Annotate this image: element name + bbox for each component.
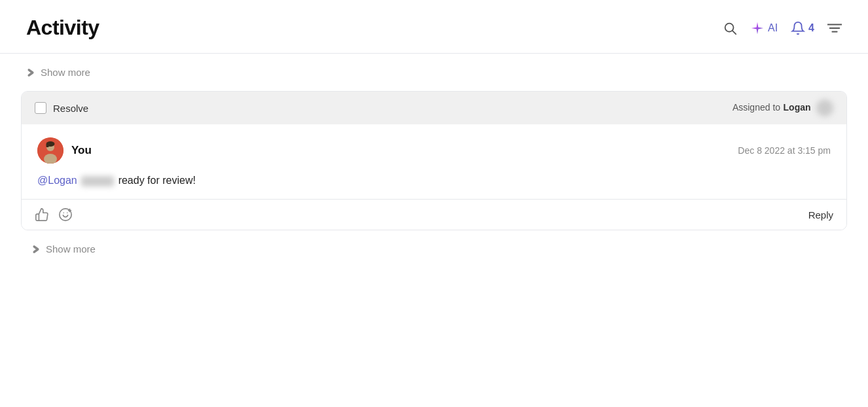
resolve-left: Resolve xyxy=(35,102,88,114)
blurred-word xyxy=(81,176,114,186)
assigned-prefix: Assigned to xyxy=(732,102,780,113)
header-actions: AI 4 xyxy=(723,21,842,35)
filter-icon xyxy=(827,22,842,35)
comment-text: @Logan ready for review! xyxy=(37,173,831,188)
sparkle-icon xyxy=(750,21,765,35)
chevron-right-icon-bottom xyxy=(31,245,41,254)
add-emoji-icon xyxy=(58,207,73,222)
page-title: Activity xyxy=(26,16,99,40)
resolve-label: Resolve xyxy=(53,103,88,114)
show-more-top-label: Show more xyxy=(41,67,90,78)
ai-button[interactable]: AI xyxy=(750,21,778,35)
main-content: Show more Resolve Assigned to Logan xyxy=(0,54,868,268)
comment-header: You Dec 8 2022 at 3:15 pm xyxy=(37,137,831,164)
resolve-bar: Resolve Assigned to Logan xyxy=(22,92,846,124)
show-more-bottom-label: Show more xyxy=(46,243,96,255)
show-more-top[interactable]: Show more xyxy=(16,54,852,91)
thumbs-up-button[interactable] xyxy=(35,207,49,222)
bell-icon xyxy=(791,21,805,35)
filter-button[interactable] xyxy=(827,22,842,35)
add-reaction-button[interactable] xyxy=(58,207,73,222)
comment-author: You xyxy=(37,137,92,164)
assigned-info: Assigned to Logan xyxy=(732,99,833,116)
assigned-name: Logan xyxy=(784,102,811,113)
show-more-bottom[interactable]: Show more xyxy=(16,230,852,268)
comment-timestamp: Dec 8 2022 at 3:15 pm xyxy=(738,145,831,156)
page-header: Activity AI xyxy=(0,0,868,54)
comment-actions: Reply xyxy=(22,200,846,230)
svg-rect-9 xyxy=(46,144,49,147)
ai-label: AI xyxy=(768,22,778,34)
reply-button[interactable]: Reply xyxy=(808,209,833,221)
notification-button[interactable]: 4 xyxy=(791,21,814,35)
search-icon xyxy=(723,21,737,35)
author-name: You xyxy=(71,144,92,157)
avatar xyxy=(37,137,63,164)
search-button[interactable] xyxy=(723,21,737,35)
comment-suffix: ready for review! xyxy=(118,175,196,186)
thumbs-up-icon xyxy=(35,207,49,222)
resolve-checkbox[interactable] xyxy=(35,102,46,114)
svg-line-1 xyxy=(732,31,736,34)
mention-text: @Logan xyxy=(37,175,77,186)
notification-count: 4 xyxy=(808,22,814,34)
comment-card: Resolve Assigned to Logan xyxy=(21,91,847,230)
comment-body: You Dec 8 2022 at 3:15 pm @Logan ready f… xyxy=(22,124,846,200)
assigned-avatar xyxy=(816,99,833,116)
chevron-right-icon xyxy=(26,68,35,77)
action-icons xyxy=(35,207,73,222)
avatar-image xyxy=(37,137,63,164)
